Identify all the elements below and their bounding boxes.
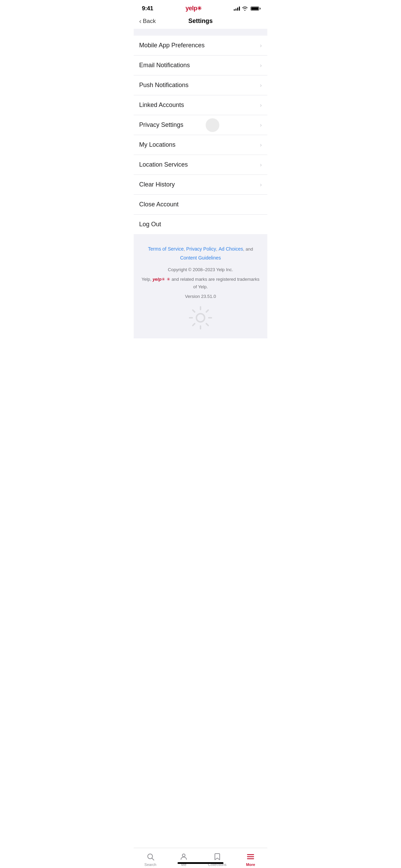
status-bar: 9:41 yelp✳ (134, 0, 267, 15)
settings-label: Email Notifications (139, 62, 190, 69)
chevron-right-icon: › (260, 102, 262, 109)
settings-item-privacy-settings[interactable]: Privacy Settings › (134, 115, 267, 135)
settings-item-email-notifications[interactable]: Email Notifications › (134, 56, 267, 75)
settings-label: Log Out (139, 221, 161, 228)
footer-links: Terms of Service, Privacy Policy, Ad Cho… (141, 244, 260, 262)
nav-bar: ‹ Back Settings (134, 15, 267, 29)
settings-item-mobile-app-preferences[interactable]: Mobile App Preferences › (134, 36, 267, 56)
settings-label: Mobile App Preferences (139, 42, 205, 49)
wifi-icon (242, 7, 248, 11)
back-chevron-icon: ‹ (139, 17, 142, 25)
settings-label: Location Services (139, 161, 188, 168)
footer-trademark: Yelp, yelp✳ ✳ and related marks are regi… (141, 276, 260, 291)
section-gap (134, 29, 267, 36)
content-guidelines-link[interactable]: Content Guidelines (180, 255, 221, 261)
battery-icon (251, 7, 259, 11)
settings-item-my-locations[interactable]: My Locations › (134, 135, 267, 155)
back-button[interactable]: ‹ Back (139, 17, 156, 25)
settings-item-close-account[interactable]: Close Account (134, 195, 267, 215)
status-time: 9:41 (142, 5, 153, 12)
settings-list: Mobile App Preferences › Email Notificat… (134, 36, 267, 234)
chevron-right-icon: › (260, 122, 262, 129)
footer-section: Terms of Service, Privacy Policy, Ad Cho… (134, 234, 267, 338)
settings-item-location-services[interactable]: Location Services › (134, 155, 267, 175)
settings-item-clear-history[interactable]: Clear History › (134, 175, 267, 195)
chevron-right-icon: › (260, 42, 262, 49)
settings-label: Privacy Settings (139, 121, 183, 129)
yelp-logo: yelp✳ (185, 5, 202, 12)
settings-label: Push Notifications (139, 82, 189, 89)
terms-of-service-link[interactable]: Terms of Service (148, 246, 184, 252)
chevron-right-icon: › (260, 82, 262, 89)
chevron-right-icon: › (260, 62, 262, 69)
status-icons (234, 7, 259, 11)
footer-copyright: Copyright © 2008–2023 Yelp Inc. (141, 266, 260, 274)
page-title: Settings (188, 17, 212, 25)
settings-label: Linked Accounts (139, 101, 184, 109)
settings-label: Close Account (139, 201, 179, 208)
gear-icon (187, 304, 214, 331)
back-label: Back (143, 18, 156, 25)
chevron-right-icon: › (260, 142, 262, 148)
settings-item-linked-accounts[interactable]: Linked Accounts › (134, 95, 267, 115)
settings-item-push-notifications[interactable]: Push Notifications › (134, 75, 267, 95)
settings-item-log-out[interactable]: Log Out (134, 215, 267, 234)
signal-icon (234, 7, 240, 11)
privacy-policy-link[interactable]: Privacy Policy (186, 246, 216, 252)
settings-label: Clear History (139, 181, 175, 188)
settings-label: My Locations (139, 141, 175, 148)
ad-choices-link[interactable]: Ad Choices (219, 246, 243, 252)
chevron-right-icon: › (260, 181, 262, 188)
footer-gear-area (141, 301, 260, 331)
touch-indicator (206, 118, 219, 132)
footer-version: Version 23.51.0 (141, 293, 260, 300)
chevron-right-icon: › (260, 161, 262, 168)
